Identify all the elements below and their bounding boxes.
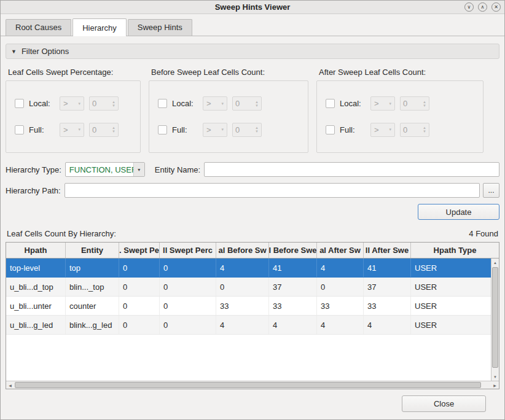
operator-value: > xyxy=(63,99,68,108)
hierarchy-type-label: Hierarchy Type: xyxy=(6,165,61,174)
operator-value: > xyxy=(63,125,68,134)
cell-full-after: 37 xyxy=(364,278,411,296)
cell-hpath-type: USER xyxy=(411,316,491,334)
vertical-scrollbar[interactable]: ▲ ▼ xyxy=(491,259,499,381)
spin-value: 0 xyxy=(235,99,240,108)
criterion-row-full: Full: >▾ 0▲▼ xyxy=(326,123,474,137)
cell-full-after: 33 xyxy=(364,297,411,315)
tab-sweep-hints[interactable]: Sweep Hints xyxy=(128,19,192,36)
cell-local-after: 33 xyxy=(317,297,364,315)
cell-full-swept: 0 xyxy=(160,297,216,315)
local-checkbox[interactable] xyxy=(15,99,24,108)
column-header-local-swept-percentage[interactable]: . Swept Pe xyxy=(119,243,160,258)
dropdown-arrow-icon: ▾ xyxy=(78,101,80,106)
vertical-scroll-track[interactable] xyxy=(491,266,499,373)
filter-groups: Leaf Cells Swept Percentage: Local: >▾ 0… xyxy=(6,66,499,153)
column-header-full-swept-percentage[interactable]: ll Swept Perc xyxy=(160,243,216,258)
expander-arrow-icon: ▼ xyxy=(11,49,17,55)
group-frame: Local: >▾ 0▲▼ Full: >▾ 0▲▼ xyxy=(149,80,308,153)
tab-hierarchy[interactable]: Hierarchy xyxy=(72,18,127,36)
group-frame: Local: >▾ 0▲▼ Full: >▾ 0▲▼ xyxy=(316,80,483,153)
column-header-local-after-sweep[interactable]: al After Sw xyxy=(317,243,364,258)
spin-arrows-icon: ▲▼ xyxy=(255,126,259,133)
update-row: Update xyxy=(6,204,499,220)
hierarchy-type-combobox[interactable]: FUNCTION, USER ▾ xyxy=(65,162,145,177)
column-header-full-after-sweep[interactable]: ll After Swe xyxy=(364,243,411,258)
horizontal-scroll-thumb[interactable] xyxy=(15,382,481,388)
column-header-full-before-sweep[interactable]: l Before Swe xyxy=(269,243,317,258)
operator-value: > xyxy=(206,125,211,134)
spin-arrows-icon: ▲▼ xyxy=(112,126,115,133)
cell-entity: blink...g_led xyxy=(66,316,119,334)
column-header-hpath[interactable]: Hpath xyxy=(6,243,66,258)
column-header-local-before-sweep[interactable]: al Before Sw xyxy=(216,243,269,258)
cell-entity: counter xyxy=(66,297,119,315)
cell-local-before: 0 xyxy=(216,278,269,296)
column-header-hpath-type[interactable]: Hpath Type xyxy=(411,243,499,258)
table-row-top-level[interactable]: top-level top 0 0 4 41 4 41 USER xyxy=(6,259,491,278)
operator-value: > xyxy=(374,125,379,134)
group-before-sweep-leaf-cells-count: Before Sweep Leaf Cells Count: Local: >▾… xyxy=(149,66,308,153)
dropdown-arrow-icon: ▾ xyxy=(389,101,391,106)
spin-arrows-icon: ▲▼ xyxy=(112,100,115,107)
scroll-right-icon[interactable]: ▶ xyxy=(491,381,499,389)
full-checkbox[interactable] xyxy=(15,125,24,134)
update-button[interactable]: Update xyxy=(418,204,499,220)
full-label: Full: xyxy=(340,125,366,134)
value-spinbox: 0▲▼ xyxy=(89,123,119,137)
operator-combobox: >▾ xyxy=(370,123,395,137)
cell-local-before: 4 xyxy=(216,259,269,277)
full-label: Full: xyxy=(172,125,198,134)
full-checkbox[interactable] xyxy=(158,125,167,134)
horizontal-scroll-track[interactable] xyxy=(14,381,491,389)
cell-local-swept: 0 xyxy=(119,297,160,315)
column-header-entity[interactable]: Entity xyxy=(66,243,119,258)
table-body: top-level top 0 0 4 41 4 41 USER u_bli..… xyxy=(6,259,491,381)
cell-local-before: 33 xyxy=(216,297,269,315)
table-row[interactable]: u_bli...d_top blin..._top 0 0 0 37 0 37 … xyxy=(6,278,491,297)
local-checkbox[interactable] xyxy=(158,99,167,108)
local-label: Local: xyxy=(29,99,55,108)
criterion-row-local: Local: >▾ 0▲▼ xyxy=(15,96,131,111)
filter-options-expander[interactable]: ▼ Filter Options xyxy=(6,44,499,59)
full-label: Full: xyxy=(29,125,55,134)
table-header-row: Hpath Entity . Swept Pe ll Swept Perc al… xyxy=(6,243,499,259)
entity-name-label: Entity Name: xyxy=(155,165,200,174)
group-title: After Sweep Leaf Cells Count: xyxy=(319,68,483,77)
cell-full-after: 41 xyxy=(364,259,411,277)
local-label: Local: xyxy=(172,99,198,108)
full-checkbox[interactable] xyxy=(326,125,335,134)
cell-full-before: 33 xyxy=(269,297,317,315)
group-title: Before Sweep Leaf Cells Count: xyxy=(151,68,308,77)
spin-arrows-icon: ▲▼ xyxy=(423,126,426,133)
browse-button[interactable]: ... xyxy=(483,183,499,198)
dropdown-arrow-icon[interactable]: ▾ xyxy=(133,163,144,176)
vertical-scroll-thumb[interactable] xyxy=(492,267,498,368)
results-found-count: 4 Found xyxy=(469,229,498,238)
window-maximize-icon[interactable]: ∧ xyxy=(478,2,487,12)
horizontal-scrollbar[interactable]: ◀ ▶ xyxy=(6,381,499,389)
window-title: Sweep Hints Viewer xyxy=(215,2,291,12)
cell-hpath-type: USER xyxy=(411,297,491,315)
cell-hpath-type: USER xyxy=(411,278,491,296)
value-spinbox: 0▲▼ xyxy=(400,96,429,111)
window-minimize-icon[interactable]: ∨ xyxy=(464,2,474,12)
close-button[interactable]: Close xyxy=(402,395,486,412)
entity-name-input[interactable] xyxy=(204,162,499,177)
local-checkbox[interactable] xyxy=(326,99,335,108)
cell-full-swept: 0 xyxy=(160,316,216,334)
operator-combobox: >▾ xyxy=(60,123,84,137)
hierarchy-table: Hpath Entity . Swept Pe ll Swept Perc al… xyxy=(6,242,499,389)
window-controls: ∨ ∧ ✕ xyxy=(464,2,501,12)
window-close-icon[interactable]: ✕ xyxy=(491,2,501,12)
criterion-row-full: Full: >▾ 0▲▼ xyxy=(158,123,299,137)
tab-root-causes[interactable]: Root Causes xyxy=(6,19,71,36)
scroll-down-icon[interactable]: ▼ xyxy=(491,373,499,381)
scroll-up-icon[interactable]: ▲ xyxy=(491,259,499,266)
table-row[interactable]: u_bli...unter counter 0 0 33 33 33 33 US… xyxy=(6,297,491,316)
table-row[interactable]: u_bli...g_led blink...g_led 0 0 4 4 4 4 … xyxy=(6,316,491,335)
hierarchy-path-input[interactable] xyxy=(65,183,480,198)
dropdown-arrow-icon: ▾ xyxy=(78,127,80,132)
scroll-left-icon[interactable]: ◀ xyxy=(6,381,14,389)
cell-full-swept: 0 xyxy=(160,278,216,296)
